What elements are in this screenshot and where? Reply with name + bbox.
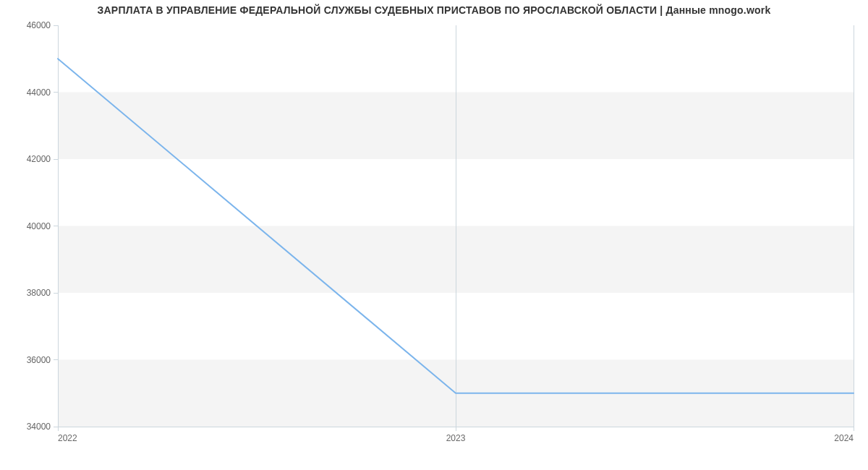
x-tick-label: 2024 [834,433,854,443]
y-axis: 34000360003800040000420004400046000 [27,20,58,432]
y-tick-label: 38000 [27,288,51,298]
chart-title: ЗАРПЛАТА В УПРАВЛЕНИЕ ФЕДЕРАЛЬНОЙ СЛУЖБЫ… [0,4,868,16]
x-tick-label: 2023 [446,433,466,443]
chart-container: ЗАРПЛАТА В УПРАВЛЕНИЕ ФЕДЕРАЛЬНОЙ СЛУЖБЫ… [0,0,868,470]
y-tick-label: 46000 [27,20,51,30]
y-tick-label: 40000 [27,221,51,231]
y-tick-label: 34000 [27,422,51,432]
y-tick-label: 44000 [27,87,51,98]
x-tick-label: 2022 [58,433,77,443]
y-tick-label: 42000 [27,154,51,164]
y-tick-label: 36000 [27,355,51,365]
line-chart: 3400036000380004000042000440004600020222… [0,0,868,470]
